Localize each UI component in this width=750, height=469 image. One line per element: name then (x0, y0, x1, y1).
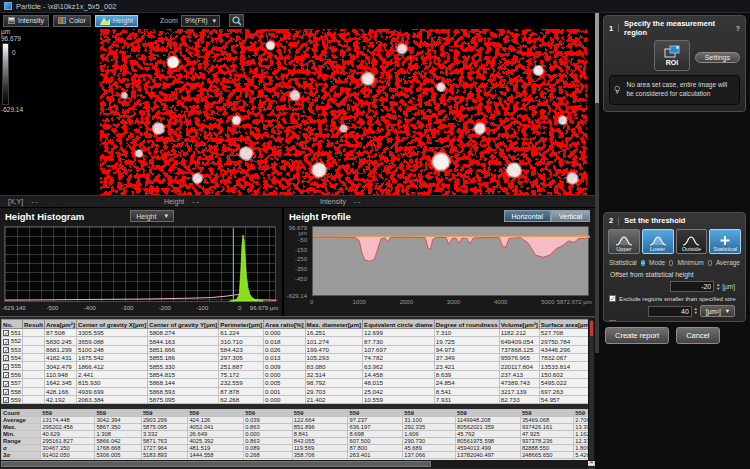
column-header[interactable]: Center of gravity X[µm] (76, 320, 147, 329)
axis-tick-label: 0 (238, 305, 241, 311)
summary-row: Range295161.8275866.0425871.7634025.3920… (2, 438, 595, 445)
average-label: Average (716, 259, 740, 266)
column-header[interactable]: Center of gravity Y[µm] (148, 320, 219, 329)
summary-row: Min.40.6291.3083.33226.6490.0008.8418.69… (2, 431, 595, 438)
zoom-select[interactable]: 9%(Fit) ▾ (181, 15, 220, 27)
particle-scan-image[interactable] (100, 29, 587, 195)
settings-sidebar: 1 Specify the measurement region ? ROI S… (595, 13, 750, 469)
intensity-button[interactable]: Intensity (3, 15, 49, 27)
step-number: 2 (609, 216, 613, 225)
lower-threshold-button[interactable]: Lower (642, 229, 674, 254)
table-row[interactable]: ✓ 5525830.2453659.0885844.163310.7100.01… (2, 337, 614, 345)
axis-tick-label: -50 (298, 237, 307, 243)
panel1-title: Specify the measurement region (624, 19, 730, 37)
axis-tick-label: -400 (84, 305, 96, 311)
axis-tick-label: 0 (310, 299, 313, 305)
create-report-button[interactable]: Create report (605, 327, 669, 344)
height-label: Height (113, 17, 133, 24)
row-checkbox[interactable]: ✓ (3, 364, 9, 370)
row-checkbox[interactable]: ✓ (3, 389, 9, 395)
status-xy-value: - - (31, 198, 38, 205)
column-header[interactable]: Volume[µm³] (499, 320, 539, 329)
column-header[interactable]: Area ratio[%] (264, 320, 306, 329)
height-button[interactable]: Height (95, 15, 138, 27)
column-header[interactable]: Degree of roundness (434, 320, 499, 329)
scrollbar-thumb[interactable] (595, 13, 599, 103)
row-checkbox[interactable]: ✓ (3, 397, 9, 403)
table-row[interactable]: ✓ 5571642.345815.9305868.144232.5590.005… (2, 379, 614, 387)
minimum-radio[interactable] (669, 260, 673, 266)
column-header[interactable]: Max. diameter[µm] (305, 320, 362, 329)
measurement-region-panel: 1 Specify the measurement region ? ROI S… (603, 15, 746, 112)
row-checkbox[interactable]: ✓ (3, 372, 9, 378)
table-row[interactable]: ✓ 55187.5083305.5955808.27461.2240.00016… (2, 329, 614, 337)
histogram-channel-select[interactable]: Height ▾ (130, 210, 174, 222)
column-header[interactable]: Area[µm²] (44, 320, 76, 329)
row-checkbox[interactable]: ✓ (3, 355, 9, 361)
scrollbar-thumb[interactable] (1, 461, 431, 467)
histogram-peak (230, 235, 264, 301)
row-checkbox[interactable]: ✓ (3, 339, 9, 345)
color-button[interactable]: Color (53, 15, 91, 27)
magnifier-button[interactable] (229, 14, 244, 27)
outside-threshold-button[interactable]: Outside (676, 229, 708, 254)
table-row[interactable]: ✓ 558428.1664939.6995868.59387.8780.0012… (2, 387, 614, 395)
exclude-large-checkbox[interactable]: ✓ (609, 320, 616, 322)
scrollbar-thumb[interactable] (590, 321, 593, 336)
size-input[interactable] (648, 306, 692, 317)
vertical-button[interactable]: Vertical (551, 210, 590, 222)
axis-tick-label: µm (299, 230, 307, 236)
column-header[interactable]: Result (23, 320, 45, 329)
summary-row: Max.295202.4565867.3505875.0954052.0410.… (2, 424, 595, 431)
column-header[interactable]: No. (2, 320, 23, 329)
histogram-channel-value: Height (136, 213, 156, 220)
offset-input[interactable] (670, 281, 714, 292)
column-header[interactable]: Equivalent circle diame (363, 320, 435, 329)
profile-title: Height Profile (289, 211, 351, 222)
table-row[interactable]: ✓ 5544182.4311675.5425855.186297.3050.01… (2, 354, 614, 362)
average-radio[interactable] (708, 260, 712, 266)
status-intensity-label: Intensity (320, 198, 346, 205)
spinner-control[interactable]: ▲▼ (694, 307, 698, 315)
bell-curve-icon (682, 235, 700, 246)
table-row[interactable]: ✓ 556110.9482.4415854.81575.1720.00032.5… (2, 370, 614, 378)
table-row[interactable]: ✓ 5538681.2995100.2485851.666584.4230.02… (2, 345, 614, 353)
roi-button[interactable]: ROI (654, 40, 690, 71)
histogram-title: Height Histogram (5, 211, 84, 222)
divider (618, 24, 619, 32)
spinner-control[interactable]: ▲▼ (716, 283, 720, 291)
intensity-label: Intensity (18, 17, 44, 24)
help-button[interactable]: ? (735, 24, 740, 33)
statistical-label: Statistical (609, 259, 637, 266)
table-vertical-scrollbar[interactable] (588, 319, 595, 461)
horizontal-button[interactable]: Horizontal (504, 210, 552, 222)
chevron-down-icon: ▾ (726, 307, 729, 315)
upper-threshold-button[interactable]: Upper (608, 229, 640, 254)
table-horizontal-scrollbar[interactable] (0, 460, 588, 468)
axis-tick-label: -350 (295, 266, 307, 272)
summary-row: σ30467.3501768.6681727.964481.5190.08911… (2, 445, 595, 452)
axis-tick-label: -629.140 (2, 305, 26, 311)
axis-tick-label: -300 (121, 305, 133, 311)
axis-tick-label: 96.679 µm (250, 305, 278, 311)
image-viewer: Intensity Color Height Zoom 9%(Fit) ▾ µm… (0, 13, 595, 207)
axis-tick-label: -500 (46, 305, 58, 311)
cancel-button[interactable]: Cancel (676, 327, 719, 344)
statistical-threshold-button[interactable]: Statistical (709, 229, 741, 254)
row-checkbox[interactable]: ✓ (3, 330, 9, 336)
size-unit-select[interactable]: [µm²] ▾ (700, 305, 735, 317)
table-row[interactable]: ✓ 55942.1922063.3845875.09562.2680.00021… (2, 395, 614, 403)
sidebar-scrollbar[interactable] (595, 13, 599, 353)
column-header[interactable]: Perimeter[µm] (219, 320, 264, 329)
row-checkbox[interactable]: ✓ (3, 381, 9, 387)
table-row[interactable]: ✓ 5553042.4791866.4125855.330251.8870.00… (2, 362, 614, 370)
results-area: No.ResultArea[µm²]Center of gravity X[µm… (0, 316, 595, 469)
column-header[interactable]: Surface area[µm²] (539, 320, 594, 329)
minimum-label: Minimum (677, 259, 703, 266)
scale-max: 96.679 (1, 35, 35, 42)
exclude-small-checkbox[interactable]: ✓ (609, 295, 616, 302)
row-checkbox[interactable]: ✓ (3, 347, 9, 353)
mode-radio[interactable] (641, 260, 645, 266)
scale-zero: 0 (12, 49, 16, 56)
settings-button[interactable]: Settings (695, 52, 740, 63)
